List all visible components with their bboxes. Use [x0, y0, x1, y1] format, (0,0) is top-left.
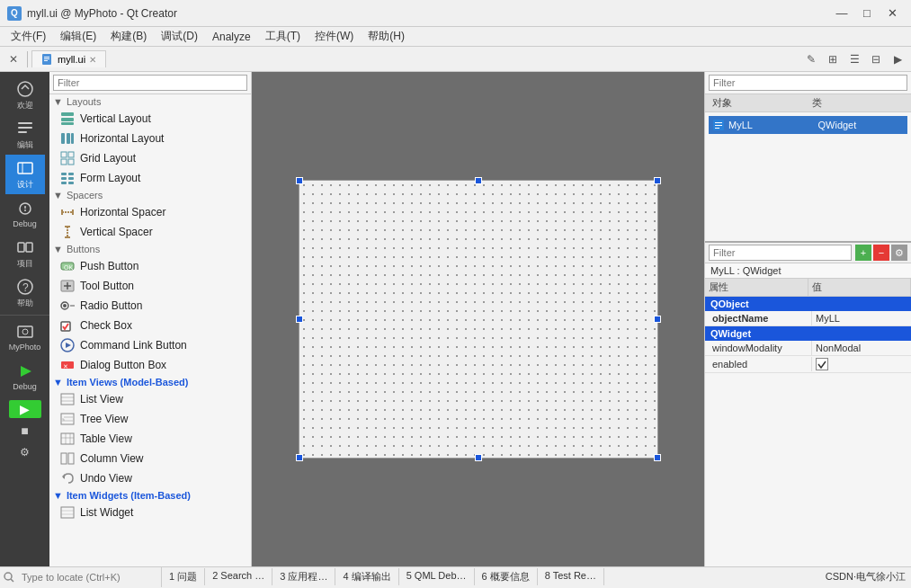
property-filter-input[interactable] — [709, 245, 852, 261]
svg-rect-21 — [61, 118, 74, 121]
run-button[interactable]: ▶ — [9, 400, 41, 418]
svg-rect-75 — [715, 125, 722, 126]
stop-button[interactable]: ■ — [9, 422, 41, 440]
tb-edit-btn[interactable]: ✎ — [801, 49, 821, 69]
close-button[interactable]: ✕ — [880, 4, 904, 22]
locate-input[interactable] — [18, 571, 157, 584]
layouts-expand[interactable]: ▼ Layouts — [49, 94, 251, 109]
menu-analyze[interactable]: Analyze — [205, 29, 258, 45]
menu-build[interactable]: 构建(B) — [103, 27, 154, 46]
tb-grid-btn[interactable]: ⊟ — [866, 49, 886, 69]
widget-command-link-button[interactable]: Command Link Button — [49, 335, 251, 355]
handle-top-mid[interactable] — [475, 177, 482, 184]
sidebar-design[interactable]: 设计 — [5, 155, 45, 194]
status-compile[interactable]: 4 编译输出 — [335, 568, 398, 585]
svg-rect-7 — [18, 131, 27, 133]
widget-grid-layout[interactable]: Grid Layout — [49, 148, 251, 168]
widget-undo-view[interactable]: Undo View — [49, 468, 251, 488]
status-general[interactable]: 6 概要信息 — [475, 568, 538, 585]
vertical-spacer-icon — [60, 225, 75, 239]
object-filter-input[interactable] — [709, 75, 907, 91]
widget-dialog-button-box[interactable]: ✕ Dialog Button Box — [49, 355, 251, 375]
tb-layout-btn[interactable]: ⊞ — [823, 49, 843, 69]
list-widget-icon — [60, 505, 75, 520]
widget-horizontal-layout[interactable]: Horizontal Layout — [49, 129, 251, 148]
status-search[interactable]: 2 Search … — [205, 568, 272, 585]
widget-vertical-spacer[interactable]: Vertical Spacer — [49, 222, 251, 242]
file-tab[interactable]: myll.ui ✕ — [31, 50, 106, 67]
property-remove-button[interactable]: − — [873, 245, 889, 261]
prop-row-objectname[interactable]: objectName MyLL — [705, 311, 911, 326]
sidebar-edit[interactable]: 编辑 — [5, 115, 45, 155]
svg-text:✕: ✕ — [63, 363, 68, 370]
command-link-icon — [60, 338, 75, 352]
item-views-expand[interactable]: ▼ Item Views (Model-Based) — [49, 375, 251, 389]
sidebar-myphoto[interactable]: MyPhoto — [5, 317, 45, 357]
horizontal-spacer-icon — [60, 205, 75, 219]
sidebar-welcome[interactable]: 欢迎 — [5, 76, 45, 115]
property-gear-button[interactable]: ⚙ — [891, 245, 907, 261]
push-button-icon: OK — [60, 259, 75, 273]
minimize-button[interactable]: — — [830, 4, 853, 22]
prop-objectname-value: MyLL — [812, 311, 911, 325]
sidebar-debug[interactable]: Debug — [5, 194, 45, 234]
widget-table-view[interactable]: Table View — [49, 429, 251, 449]
widget-filter-input[interactable] — [53, 75, 247, 91]
widget-list-view[interactable]: List View — [49, 389, 251, 409]
handle-bot-left[interactable] — [296, 454, 303, 461]
status-test[interactable]: 8 Test Re… — [538, 568, 604, 585]
widget-column-view[interactable]: Column View — [49, 449, 251, 468]
prop-row-windowmodality[interactable]: windowModality NonModal — [705, 341, 911, 356]
handle-bot-right[interactable] — [654, 454, 661, 461]
sidebar-projects[interactable]: 项目 — [5, 234, 45, 273]
menu-file[interactable]: 文件(F) — [4, 27, 53, 46]
property-object-label: MyLL : QWidget — [705, 263, 911, 279]
list-view-icon — [60, 392, 75, 406]
object-tree-header: 对象 类 — [705, 94, 911, 112]
widget-vertical-layout[interactable]: Vertical Layout — [49, 109, 251, 129]
widget-list-widget[interactable]: List Widget — [49, 503, 251, 522]
menu-edit[interactable]: 编辑(E) — [53, 27, 103, 46]
widget-tree-view[interactable]: Tree View — [49, 409, 251, 429]
menu-tools[interactable]: 工具(T) — [258, 27, 308, 46]
widget-check-box[interactable]: Check Box — [49, 316, 251, 335]
status-qml[interactable]: 5 QML Deb… — [399, 568, 475, 585]
buttons-expand[interactable]: ▼ Buttons — [49, 242, 251, 256]
sidebar-help[interactable]: ? 帮助 — [5, 273, 45, 313]
file-tab-close[interactable]: ✕ — [89, 55, 96, 65]
item-widgets-expand[interactable]: ▼ Item Widgets (Item-Based) — [49, 488, 251, 503]
tb-form-btn[interactable]: ☰ — [844, 49, 864, 69]
title-bar: Q myll.ui @ MyPhoto - Qt Creator — □ ✕ — [0, 0, 911, 27]
canvas-widget[interactable] — [299, 180, 658, 459]
tb-preview-btn[interactable]: ▶ — [888, 49, 907, 69]
svg-rect-67 — [61, 453, 67, 464]
handle-bot-mid[interactable] — [475, 454, 482, 461]
status-app[interactable]: 3 应用程… — [272, 568, 335, 585]
property-add-button[interactable]: + — [855, 245, 871, 261]
widget-radio-button[interactable]: Radio Button — [49, 296, 251, 316]
menu-help[interactable]: 帮助(H) — [361, 27, 412, 46]
build-button[interactable]: ⚙ — [9, 443, 41, 461]
design-icon — [16, 159, 34, 177]
prop-row-enabled[interactable]: enabled — [705, 356, 911, 373]
menu-widgets[interactable]: 控件(W) — [308, 27, 361, 46]
status-problems[interactable]: 1 问题 — [162, 568, 205, 585]
widget-tool-button[interactable]: Tool Button — [49, 276, 251, 296]
sidebar-debug2[interactable]: Debug — [5, 357, 45, 396]
object-row-myll[interactable]: MyLL QWidget — [709, 116, 907, 134]
widget-horizontal-spacer[interactable]: Horizontal Spacer — [49, 202, 251, 222]
property-table: QObject objectName MyLL QWidget windowMo… — [705, 297, 911, 566]
enabled-checkbox[interactable] — [816, 358, 828, 370]
spacers-expand[interactable]: ▼ Spacers — [49, 188, 251, 202]
handle-top-right[interactable] — [654, 177, 661, 184]
svg-rect-29 — [68, 159, 74, 165]
maximize-button[interactable]: □ — [855, 4, 879, 22]
handle-mid-left[interactable] — [296, 316, 303, 323]
widget-form-layout[interactable]: Form Layout — [49, 168, 251, 188]
tb-new-button[interactable]: ✕ — [4, 49, 23, 69]
menu-debug[interactable]: 调试(D) — [154, 27, 205, 46]
handle-mid-right[interactable] — [654, 316, 661, 323]
handle-top-left[interactable] — [296, 177, 303, 184]
status-items: 1 问题 2 Search … 3 应用程… 4 编译输出 5 QML Deb…… — [162, 568, 604, 585]
widget-push-button[interactable]: OK Push Button — [49, 256, 251, 276]
